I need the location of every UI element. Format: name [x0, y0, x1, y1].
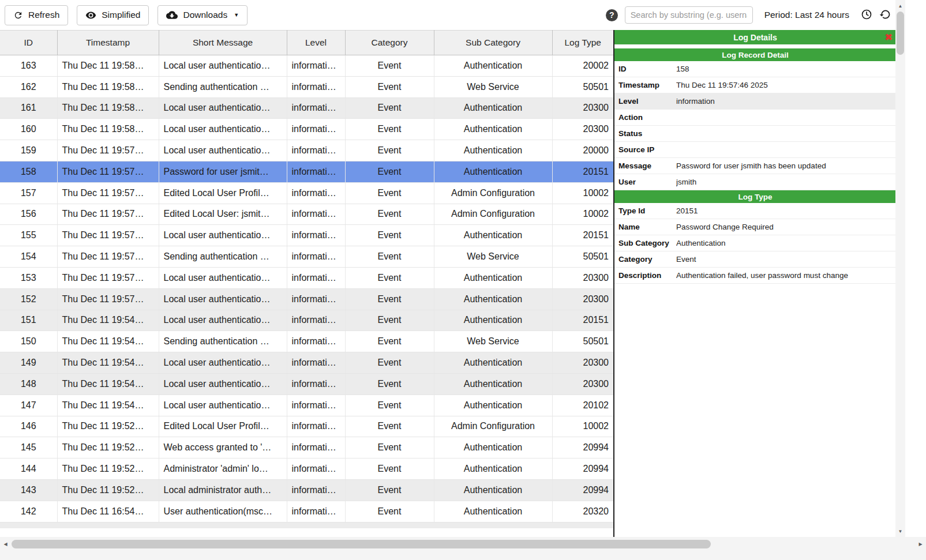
- cell-level[interactable]: informati…: [287, 204, 345, 225]
- cell-category[interactable]: Event: [345, 225, 434, 246]
- cell-level[interactable]: informati…: [287, 416, 345, 437]
- log-row-153[interactable]: 153Thu Dec 11 19:57…Local user authentic…: [0, 267, 613, 288]
- log-row-147[interactable]: 147Thu Dec 11 19:54…Local user authentic…: [0, 394, 613, 416]
- cell-type[interactable]: 10002: [552, 204, 613, 225]
- cell-timestamp[interactable]: Thu Dec 11 19:57…: [57, 225, 159, 246]
- cell-timestamp[interactable]: Thu Dec 11 19:52…: [57, 479, 159, 501]
- cell-level[interactable]: informati…: [287, 310, 345, 331]
- cell-type[interactable]: 20994: [552, 479, 613, 501]
- cell-id[interactable]: 156: [0, 204, 57, 225]
- cell-type[interactable]: 20300: [552, 373, 613, 394]
- cell-id[interactable]: 145: [0, 437, 57, 458]
- cell-message[interactable]: Local user authenticatio…: [159, 352, 287, 374]
- cell-timestamp[interactable]: Thu Dec 11 19:52…: [57, 458, 159, 480]
- cell-message[interactable]: Local user authenticatio…: [159, 55, 287, 77]
- cell-timestamp[interactable]: Thu Dec 11 19:57…: [57, 182, 159, 204]
- cell-category[interactable]: Event: [345, 55, 434, 77]
- cell-sub[interactable]: Authentication: [434, 437, 552, 458]
- cell-id[interactable]: 163: [0, 55, 57, 77]
- cell-type[interactable]: 20102: [552, 394, 613, 416]
- cell-id[interactable]: 152: [0, 288, 57, 310]
- cell-id[interactable]: 161: [0, 97, 57, 119]
- cell-sub[interactable]: Admin Configuration: [434, 182, 552, 204]
- cell-category[interactable]: Event: [345, 97, 434, 119]
- cell-timestamp[interactable]: Thu Dec 11 19:54…: [57, 331, 159, 352]
- cell-level[interactable]: informati…: [287, 140, 345, 161]
- cell-type[interactable]: 20320: [552, 501, 613, 522]
- cell-type[interactable]: 20002: [552, 55, 613, 77]
- cell-type[interactable]: 50501: [552, 76, 613, 97]
- cell-id[interactable]: 148: [0, 373, 57, 394]
- cell-id[interactable]: 157: [0, 182, 57, 204]
- cell-message[interactable]: Edited Local User Profil…: [159, 416, 287, 437]
- cell-message[interactable]: Local user authenticatio…: [159, 394, 287, 416]
- cell-timestamp[interactable]: Thu Dec 11 19:54…: [57, 352, 159, 374]
- cell-level[interactable]: informati…: [287, 161, 345, 182]
- cell-sub[interactable]: Authentication: [434, 225, 552, 246]
- cell-type[interactable]: 20300: [552, 288, 613, 310]
- log-row-156[interactable]: 156Thu Dec 11 19:57…Edited Local User: j…: [0, 204, 613, 225]
- cell-sub[interactable]: Web Service: [434, 331, 552, 352]
- cell-level[interactable]: informati…: [287, 288, 345, 310]
- cell-message[interactable]: Local user authenticatio…: [159, 119, 287, 140]
- cell-sub[interactable]: Authentication: [434, 479, 552, 501]
- cell-timestamp[interactable]: Thu Dec 11 19:54…: [57, 310, 159, 331]
- column-header-timestamp[interactable]: Timestamp: [57, 31, 159, 55]
- cell-message[interactable]: Local user authenticatio…: [159, 140, 287, 161]
- cell-sub[interactable]: Web Service: [434, 76, 552, 97]
- log-row-160[interactable]: 160Thu Dec 11 19:58…Local user authentic…: [0, 119, 613, 140]
- cell-category[interactable]: Event: [345, 204, 434, 225]
- cell-sub[interactable]: Authentication: [434, 140, 552, 161]
- log-row-146[interactable]: 146Thu Dec 11 19:52…Edited Local User Pr…: [0, 416, 613, 437]
- cell-sub[interactable]: Authentication: [434, 458, 552, 480]
- cell-category[interactable]: Event: [345, 479, 434, 501]
- cell-sub[interactable]: Authentication: [434, 373, 552, 394]
- cell-id[interactable]: 155: [0, 225, 57, 246]
- cell-timestamp[interactable]: Thu Dec 11 19:57…: [57, 204, 159, 225]
- cell-timestamp[interactable]: Thu Dec 11 19:58…: [57, 76, 159, 97]
- cell-category[interactable]: Event: [345, 246, 434, 268]
- cell-id[interactable]: 144: [0, 458, 57, 480]
- column-header-category[interactable]: Category: [345, 31, 434, 55]
- log-row-157[interactable]: 157Thu Dec 11 19:57…Edited Local User Pr…: [0, 182, 613, 204]
- cell-level[interactable]: informati…: [287, 458, 345, 480]
- cell-type[interactable]: 20151: [552, 310, 613, 331]
- cell-timestamp[interactable]: Thu Dec 11 19:57…: [57, 246, 159, 268]
- cell-message[interactable]: Local user authenticatio…: [159, 310, 287, 331]
- cell-level[interactable]: informati…: [287, 352, 345, 374]
- column-header-log-type[interactable]: Log Type: [552, 31, 613, 55]
- cell-level[interactable]: informati…: [287, 246, 345, 268]
- cell-message[interactable]: Local user authenticatio…: [159, 267, 287, 288]
- log-row-150[interactable]: 150Thu Dec 11 19:54…Sending authenticati…: [0, 331, 613, 352]
- cell-timestamp[interactable]: Thu Dec 11 19:58…: [57, 97, 159, 119]
- cell-message[interactable]: Local user authenticatio…: [159, 288, 287, 310]
- cell-message[interactable]: Web access granted to '…: [159, 437, 287, 458]
- horizontal-scrollbar-thumb[interactable]: [12, 540, 711, 548]
- cell-category[interactable]: Event: [345, 352, 434, 374]
- cell-message[interactable]: Sending authentication …: [159, 76, 287, 97]
- scroll-down-icon[interactable]: ▼: [895, 527, 905, 536]
- cell-type[interactable]: 20300: [552, 352, 613, 374]
- scroll-up-icon[interactable]: ▲: [895, 1, 905, 10]
- cell-message[interactable]: User authentication(msc…: [159, 501, 287, 522]
- cell-message[interactable]: Sending authentication …: [159, 246, 287, 268]
- log-row-145[interactable]: 145Thu Dec 11 19:52…Web access granted t…: [0, 437, 613, 458]
- cell-sub[interactable]: Authentication: [434, 97, 552, 119]
- cell-level[interactable]: informati…: [287, 331, 345, 352]
- downloads-button[interactable]: Downloads ▼: [158, 5, 248, 25]
- cell-category[interactable]: Event: [345, 394, 434, 416]
- column-header-short-message[interactable]: Short Message: [159, 31, 287, 55]
- log-row-163[interactable]: 163Thu Dec 11 19:58…Local user authentic…: [0, 55, 613, 77]
- cell-id[interactable]: 151: [0, 310, 57, 331]
- cell-type[interactable]: 50501: [552, 331, 613, 352]
- cell-id[interactable]: 149: [0, 352, 57, 374]
- cell-level[interactable]: informati…: [287, 55, 345, 77]
- cell-type[interactable]: 20300: [552, 119, 613, 140]
- cell-timestamp[interactable]: Thu Dec 11 19:54…: [57, 394, 159, 416]
- cell-level[interactable]: informati…: [287, 267, 345, 288]
- cell-sub[interactable]: Authentication: [434, 501, 552, 522]
- cell-level[interactable]: informati…: [287, 479, 345, 501]
- cell-level[interactable]: informati…: [287, 119, 345, 140]
- cell-category[interactable]: Event: [345, 140, 434, 161]
- cell-category[interactable]: Event: [345, 501, 434, 522]
